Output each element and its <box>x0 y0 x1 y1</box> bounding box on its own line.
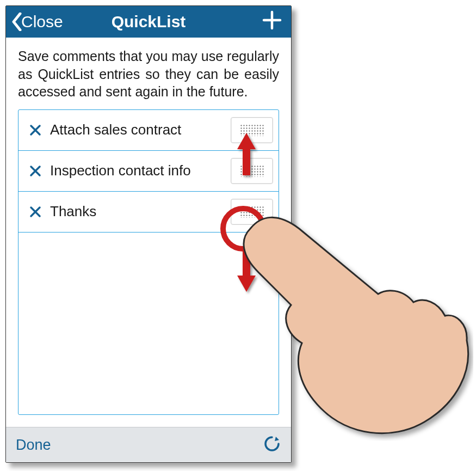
intro-text: Save comments that you may use regularly… <box>6 38 291 109</box>
delete-button[interactable] <box>26 164 45 178</box>
close-label: Close <box>21 13 63 31</box>
close-icon <box>29 164 42 178</box>
close-icon <box>29 124 42 137</box>
add-button[interactable] <box>253 9 291 35</box>
page-title: QuickList <box>112 13 186 31</box>
header-bar: Close QuickList <box>6 6 291 38</box>
done-button[interactable]: Done <box>16 437 51 454</box>
annotation-hand-icon <box>239 207 473 443</box>
annotation-arrow-up-icon <box>234 130 259 182</box>
close-icon <box>29 205 42 218</box>
chevron-left-icon <box>11 13 22 31</box>
item-label: Inspection contact info <box>45 162 231 179</box>
item-label: Thanks <box>45 203 231 220</box>
item-label: Attach sales contract <box>45 121 231 138</box>
plus-icon <box>262 7 282 36</box>
delete-button[interactable] <box>26 205 45 218</box>
close-button[interactable]: Close <box>6 6 69 38</box>
delete-button[interactable] <box>26 124 45 137</box>
